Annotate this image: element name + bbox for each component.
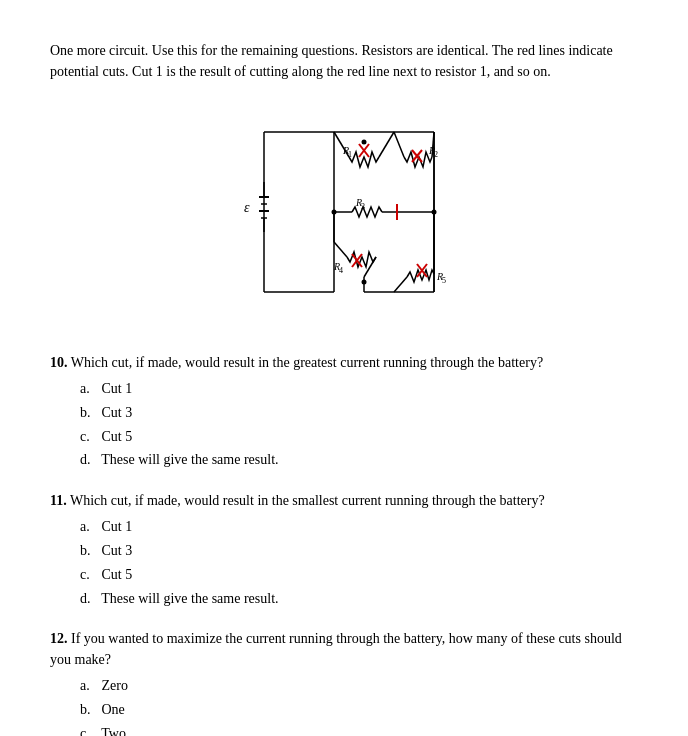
option-10d: d. These will give the same result.	[80, 448, 638, 472]
option-12b: b. One	[80, 698, 638, 722]
svg-line-22	[379, 132, 394, 157]
svg-point-13	[362, 140, 367, 145]
option-12c: c. Two	[80, 722, 638, 736]
svg-line-47	[394, 277, 407, 292]
questions-container: 10. Which cut, if made, would result in …	[50, 352, 638, 736]
question-12-options: a. Zero b. One c. Two d. Three	[80, 674, 638, 736]
option-11d: d. These will give the same result.	[80, 587, 638, 611]
svg-line-39	[334, 242, 347, 257]
svg-text:4: 4	[339, 266, 343, 275]
question-11: 11. Which cut, if made, would result in …	[50, 490, 638, 610]
circuit-diagram: ε R 1 R 2	[50, 102, 638, 322]
question-11-text: 11. Which cut, if made, would result in …	[50, 490, 638, 511]
svg-text:ε: ε	[244, 200, 250, 215]
svg-text:1: 1	[348, 150, 352, 159]
option-10c: c. Cut 5	[80, 425, 638, 449]
option-11a: a. Cut 1	[80, 515, 638, 539]
svg-text:2: 2	[434, 150, 438, 159]
svg-line-27	[394, 132, 404, 157]
question-11-options: a. Cut 1 b. Cut 3 c. Cut 5 d. These will…	[80, 515, 638, 610]
svg-text:3: 3	[361, 202, 365, 211]
option-12a: a. Zero	[80, 674, 638, 698]
question-10-options: a. Cut 1 b. Cut 3 c. Cut 5 d. These will…	[80, 377, 638, 472]
option-11c: c. Cut 5	[80, 563, 638, 587]
svg-text:5: 5	[442, 276, 446, 285]
intro-paragraph: One more circuit. Use this for the remai…	[50, 40, 638, 82]
question-12-text: 12. If you wanted to maximize the curren…	[50, 628, 638, 670]
option-10a: a. Cut 1	[80, 377, 638, 401]
question-12: 12. If you wanted to maximize the curren…	[50, 628, 638, 736]
question-10-text: 10. Which cut, if made, would result in …	[50, 352, 638, 373]
option-11b: b. Cut 3	[80, 539, 638, 563]
option-10b: b. Cut 3	[80, 401, 638, 425]
question-10: 10. Which cut, if made, would result in …	[50, 352, 638, 472]
